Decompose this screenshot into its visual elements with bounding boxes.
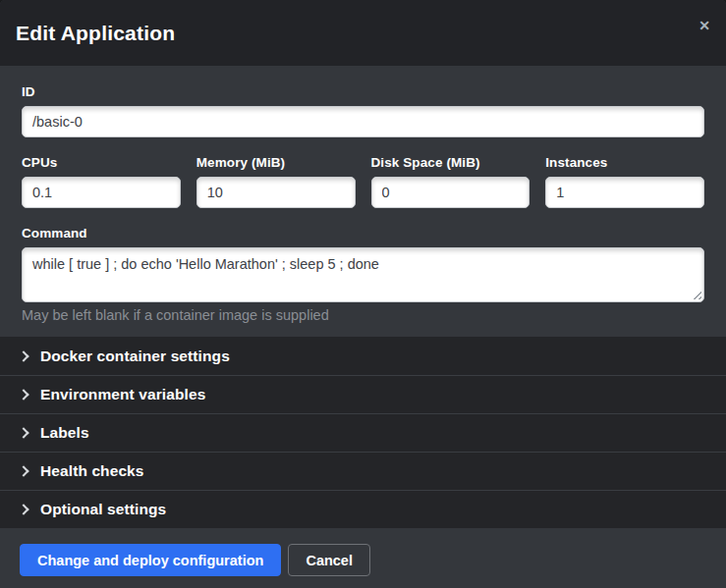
section-labels[interactable]: Labels (0, 413, 726, 452)
instances-label: Instances (545, 155, 704, 170)
memory-label: Memory (MiB) (196, 155, 356, 170)
close-icon[interactable]: ✕ (693, 14, 716, 37)
disk-input[interactable] (371, 177, 531, 208)
cpus-label: CPUs (22, 155, 181, 170)
section-docker-container-settings[interactable]: Docker container settings (0, 337, 726, 375)
id-field-group: ID (22, 84, 704, 137)
command-textarea[interactable]: while [ true ] ; do echo 'Hello Marathon… (22, 247, 704, 302)
cpus-input[interactable] (22, 177, 181, 208)
memory-field-group: Memory (MiB) (196, 155, 356, 208)
disk-field-group: Disk Space (MiB) (371, 155, 531, 208)
chevron-right-icon (18, 427, 28, 438)
section-label: Docker container settings (40, 347, 230, 365)
cancel-button[interactable]: Cancel (288, 544, 370, 576)
memory-input[interactable] (196, 177, 356, 208)
section-label: Labels (40, 424, 89, 442)
modal-header: Edit Application ✕ (0, 0, 726, 66)
instances-field-group: Instances (545, 155, 704, 208)
change-and-deploy-button[interactable]: Change and deploy configuration (20, 544, 281, 576)
section-optional-settings[interactable]: Optional settings (0, 490, 726, 528)
command-help-text: May be left blank if a container image i… (22, 307, 704, 323)
chevron-right-icon (18, 465, 28, 476)
section-health-checks[interactable]: Health checks (0, 452, 726, 490)
section-label: Health checks (40, 462, 144, 480)
instances-input[interactable] (545, 177, 704, 208)
modal-footer: Change and deploy configuration Cancel (0, 528, 726, 588)
id-label: ID (22, 84, 704, 99)
disk-label: Disk Space (MiB) (371, 155, 531, 170)
command-label: Command (22, 226, 704, 241)
chevron-right-icon (18, 389, 28, 400)
section-label: Optional settings (40, 501, 166, 518)
application-form: ID CPUs Memory (MiB) Disk Space (MiB) In… (0, 66, 726, 337)
cpus-field-group: CPUs (22, 155, 181, 208)
section-environment-variables[interactable]: Environment variables (0, 375, 726, 413)
id-input[interactable] (22, 106, 704, 137)
section-label: Environment variables (40, 386, 205, 403)
edit-application-modal: Edit Application ✕ ID CPUs Memory (MiB) … (0, 0, 726, 588)
command-field-group: Command while [ true ] ; do echo 'Hello … (22, 226, 704, 323)
accordion-sections: Docker container settings Environment va… (0, 337, 726, 528)
modal-title: Edit Application (16, 22, 175, 45)
chevron-right-icon (18, 350, 28, 361)
resources-row: CPUs Memory (MiB) Disk Space (MiB) Insta… (22, 155, 704, 208)
chevron-right-icon (18, 504, 28, 514)
